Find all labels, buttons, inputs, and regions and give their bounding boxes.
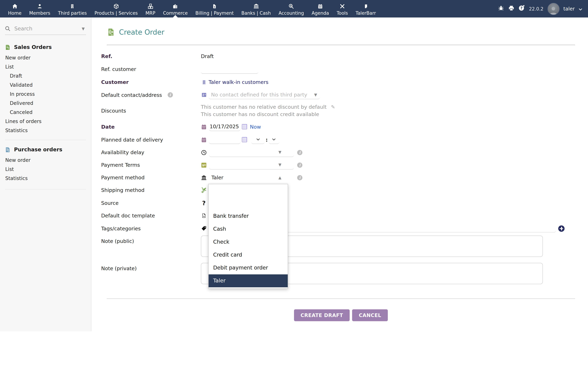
- sidebar-header-sales-orders[interactable]: Sales Orders: [0, 44, 91, 50]
- create-draft-button[interactable]: CREATE DRAFT: [294, 309, 350, 321]
- availability-select-arrow-icon: ▼: [278, 150, 281, 154]
- products-icon: [113, 3, 119, 10]
- nav-item-commerce[interactable]: Commerce: [159, 0, 191, 17]
- avatar[interactable]: [547, 3, 560, 15]
- home-icon: [12, 3, 18, 10]
- sidebar-item-validated[interactable]: Validated: [0, 80, 91, 90]
- availability-select[interactable]: ▼: [209, 148, 294, 157]
- payment-method-label: Payment method: [101, 175, 201, 180]
- sidebar-section-purchase-orders: Purchase orders New order List Statistic…: [0, 146, 91, 183]
- sidebar-item-po-list[interactable]: List: [0, 165, 91, 174]
- add-tag-button[interactable]: [558, 225, 564, 232]
- help-icon[interactable]: ?: [519, 5, 525, 13]
- nav-item-members[interactable]: Members: [25, 0, 54, 17]
- svg-text:?: ?: [520, 6, 523, 10]
- sidebar-item-delivered[interactable]: Delivered: [0, 99, 91, 108]
- sidebar-item-list[interactable]: List: [0, 62, 91, 71]
- create-order-form: Ref. Draft Ref. customer Customer Taler …: [101, 50, 588, 291]
- agenda-icon: [318, 3, 323, 10]
- nav-item-products-services[interactable]: Products | Services: [91, 0, 142, 17]
- tools-icon: [339, 3, 345, 10]
- availability-label: Availability delay: [101, 150, 201, 155]
- nav-items: Home Members Third parties: [0, 0, 380, 17]
- payment-method-dropdown: Bank transfer Cash Check Credit card Deb…: [208, 184, 288, 289]
- customer-label: Customer: [101, 79, 201, 85]
- main-content: Create Order Ref. Draft Ref. customer Cu…: [92, 17, 588, 367]
- nav-item-third-parties[interactable]: Third parties: [54, 0, 91, 17]
- nav-item-banks-cash[interactable]: Banks | Cash: [237, 0, 275, 17]
- cancel-button[interactable]: CANCEL: [352, 309, 388, 321]
- dropdown-option-cash[interactable]: Cash: [209, 223, 288, 236]
- search-dropdown-arrow[interactable]: ▼: [82, 26, 85, 31]
- sidebar-item-in-process[interactable]: In process: [0, 90, 91, 99]
- nav-item-home[interactable]: Home: [4, 0, 25, 17]
- sidebar-item-lines-of-orders[interactable]: Lines of orders: [0, 117, 91, 126]
- row-tags: Tags/categories: [101, 222, 588, 235]
- row-source: Source ?: [101, 196, 588, 209]
- availability-info-icon[interactable]: i: [297, 150, 303, 155]
- dropdown-option-empty[interactable]: [209, 197, 288, 210]
- sidebar-item-canceled[interactable]: Canceled: [0, 108, 91, 117]
- row-doc-template: Default doc template: [101, 209, 588, 222]
- shipping-dolly-icon: [201, 187, 207, 193]
- username-label[interactable]: taler: [563, 6, 575, 12]
- date-picker-button[interactable]: [242, 124, 247, 129]
- sidebar-item-draft[interactable]: Draft: [0, 71, 91, 80]
- edit-discount-icon[interactable]: ✎: [331, 104, 335, 110]
- action-buttons: CREATE DRAFT CANCEL: [107, 309, 575, 321]
- source-label: Source: [101, 200, 201, 206]
- nav-item-billing-payment[interactable]: $ Billing | Payment: [192, 0, 238, 17]
- nav-right-cluster: ? 22.0.2 taler: [498, 0, 588, 17]
- print-icon[interactable]: [508, 5, 515, 12]
- search-input[interactable]: [14, 25, 82, 32]
- dropdown-option-credit-card[interactable]: Credit card: [209, 249, 288, 261]
- nav-item-agenda[interactable]: Agenda: [308, 0, 333, 17]
- delivery-hour-select[interactable]: [251, 135, 265, 144]
- bug-report-icon[interactable]: [498, 5, 504, 12]
- sidebar-header-purchase-orders[interactable]: Purchase orders: [0, 146, 91, 153]
- svg-text:$: $: [290, 5, 292, 7]
- contact-select[interactable]: No contact defined for this third party …: [209, 91, 320, 99]
- sidebar-section-sales-orders: Sales Orders New order List Draft Valida…: [0, 44, 91, 135]
- chevron-down-icon[interactable]: [579, 5, 582, 12]
- payment-method-info-icon[interactable]: i: [297, 175, 303, 180]
- dropdown-option-debit-payment-order[interactable]: Debit payment order: [209, 261, 288, 274]
- footer-divider: [107, 299, 575, 299]
- ref-customer-input[interactable]: [201, 65, 258, 74]
- payment-terms-select[interactable]: ▼: [209, 161, 294, 169]
- delivery-minute-select[interactable]: [269, 135, 279, 144]
- discount-line2: This customer has no discount credit ava…: [201, 111, 335, 118]
- ref-value: Draft: [201, 53, 214, 59]
- row-date: Date Now: [101, 120, 588, 133]
- dropdown-option-bank-transfer[interactable]: Bank transfer: [209, 210, 288, 223]
- date-input[interactable]: [209, 122, 241, 131]
- contact-label: Default contact/address: [101, 92, 162, 98]
- clock-icon: [201, 150, 207, 155]
- payment-terms-label: Payment Terms: [101, 162, 201, 168]
- nav-item-accounting[interactable]: $ Accounting: [275, 0, 308, 17]
- version-label: 22.0.2: [529, 6, 544, 11]
- sidebar-search: ▼: [5, 25, 86, 35]
- sidebar-item-statistics[interactable]: Statistics: [0, 126, 91, 135]
- nav-item-mrp[interactable]: MRP: [142, 0, 159, 17]
- now-link[interactable]: Now: [250, 124, 261, 130]
- delivery-date-input[interactable]: [209, 135, 241, 144]
- dropdown-option-taler[interactable]: Taler: [209, 274, 288, 287]
- contact-info-icon[interactable]: i: [167, 92, 173, 98]
- contact-select-arrow-icon: ▼: [314, 92, 317, 97]
- delivery-date-picker-button[interactable]: [242, 137, 247, 142]
- dropdown-search-input[interactable]: [214, 187, 284, 196]
- nav-item-talerbarr[interactable]: TalerBarr: [352, 0, 380, 17]
- sidebar-item-po-new-order[interactable]: New order: [0, 156, 91, 165]
- sidebar-item-new-order[interactable]: New order: [0, 53, 91, 62]
- customer-link[interactable]: Taler walk-in customers: [209, 79, 268, 85]
- dropdown-option-check[interactable]: Check: [209, 236, 288, 249]
- talerbarr-icon: [363, 3, 368, 10]
- billing-icon: $: [212, 3, 217, 10]
- nav-item-tools[interactable]: Tools: [333, 0, 352, 17]
- payment-method-select[interactable]: Taler ▲: [209, 175, 294, 180]
- sidebar-item-po-statistics[interactable]: Statistics: [0, 174, 91, 183]
- dropdown-options: Bank transfer Cash Check Credit card Deb…: [209, 197, 288, 287]
- question-mark-icon: ?: [201, 200, 207, 206]
- payment-terms-info-icon[interactable]: i: [297, 162, 303, 167]
